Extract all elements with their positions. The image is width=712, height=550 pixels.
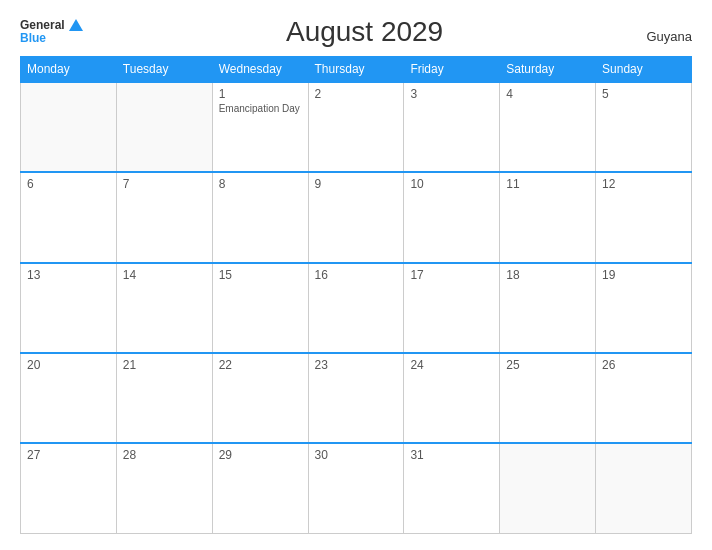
day-number: 10 xyxy=(410,177,493,191)
day-number: 5 xyxy=(602,87,685,101)
day-cell-w4-d3: 22 xyxy=(212,353,308,443)
day-number: 1 xyxy=(219,87,302,101)
calendar-title: August 2029 xyxy=(83,16,647,48)
day-number: 9 xyxy=(315,177,398,191)
day-cell-w2-d4: 9 xyxy=(308,172,404,262)
day-cell-w4-d7: 26 xyxy=(596,353,692,443)
day-cell-w5-d5: 31 xyxy=(404,443,500,533)
country-label: Guyana xyxy=(646,29,692,48)
day-number: 31 xyxy=(410,448,493,462)
day-cell-w2-d5: 10 xyxy=(404,172,500,262)
header-saturday: Saturday xyxy=(500,57,596,83)
day-number: 26 xyxy=(602,358,685,372)
header-friday: Friday xyxy=(404,57,500,83)
day-cell-w1-d6: 4 xyxy=(500,82,596,172)
week-row-1: 1Emancipation Day2345 xyxy=(21,82,692,172)
day-number: 22 xyxy=(219,358,302,372)
day-number: 17 xyxy=(410,268,493,282)
day-number: 14 xyxy=(123,268,206,282)
logo: General Blue xyxy=(20,19,83,45)
day-cell-w5-d2: 28 xyxy=(116,443,212,533)
day-cell-w2-d6: 11 xyxy=(500,172,596,262)
day-number: 15 xyxy=(219,268,302,282)
header-thursday: Thursday xyxy=(308,57,404,83)
day-cell-w3-d7: 19 xyxy=(596,263,692,353)
day-cell-w3-d4: 16 xyxy=(308,263,404,353)
day-number: 7 xyxy=(123,177,206,191)
day-number: 18 xyxy=(506,268,589,282)
day-cell-w1-d2 xyxy=(116,82,212,172)
day-cell-w4-d6: 25 xyxy=(500,353,596,443)
day-cell-w5-d4: 30 xyxy=(308,443,404,533)
day-cell-w2-d3: 8 xyxy=(212,172,308,262)
day-cell-w4-d4: 23 xyxy=(308,353,404,443)
day-number: 16 xyxy=(315,268,398,282)
day-number: 19 xyxy=(602,268,685,282)
day-cell-w2-d2: 7 xyxy=(116,172,212,262)
logo-triangle-icon xyxy=(69,19,83,31)
day-number: 28 xyxy=(123,448,206,462)
day-number: 11 xyxy=(506,177,589,191)
day-cell-w5-d3: 29 xyxy=(212,443,308,533)
header-sunday: Sunday xyxy=(596,57,692,83)
day-cell-w2-d1: 6 xyxy=(21,172,117,262)
day-cell-w3-d5: 17 xyxy=(404,263,500,353)
day-number: 30 xyxy=(315,448,398,462)
day-number: 3 xyxy=(410,87,493,101)
day-cell-w3-d6: 18 xyxy=(500,263,596,353)
day-cell-w1-d3: 1Emancipation Day xyxy=(212,82,308,172)
header: General Blue August 2029 Guyana xyxy=(20,16,692,48)
header-tuesday: Tuesday xyxy=(116,57,212,83)
day-cell-w3-d2: 14 xyxy=(116,263,212,353)
week-row-4: 20212223242526 xyxy=(21,353,692,443)
day-number: 20 xyxy=(27,358,110,372)
day-cell-w3-d3: 15 xyxy=(212,263,308,353)
day-cell-w2-d7: 12 xyxy=(596,172,692,262)
day-number: 6 xyxy=(27,177,110,191)
week-row-2: 6789101112 xyxy=(21,172,692,262)
day-cell-w5-d7 xyxy=(596,443,692,533)
week-row-5: 2728293031 xyxy=(21,443,692,533)
week-row-3: 13141516171819 xyxy=(21,263,692,353)
day-number: 12 xyxy=(602,177,685,191)
day-cell-w1-d7: 5 xyxy=(596,82,692,172)
day-cell-w5-d6 xyxy=(500,443,596,533)
day-cell-w4-d2: 21 xyxy=(116,353,212,443)
day-cell-w5-d1: 27 xyxy=(21,443,117,533)
day-number: 27 xyxy=(27,448,110,462)
day-number: 13 xyxy=(27,268,110,282)
day-number: 24 xyxy=(410,358,493,372)
day-number: 2 xyxy=(315,87,398,101)
page: General Blue August 2029 Guyana Monday T… xyxy=(0,0,712,550)
day-cell-w3-d1: 13 xyxy=(21,263,117,353)
day-number: 4 xyxy=(506,87,589,101)
day-number: 8 xyxy=(219,177,302,191)
day-cell-w1-d1 xyxy=(21,82,117,172)
day-number: 21 xyxy=(123,358,206,372)
day-cell-w1-d5: 3 xyxy=(404,82,500,172)
logo-blue-text: Blue xyxy=(20,32,83,45)
calendar-table: Monday Tuesday Wednesday Thursday Friday… xyxy=(20,56,692,534)
day-number: 23 xyxy=(315,358,398,372)
day-cell-w4-d1: 20 xyxy=(21,353,117,443)
day-cell-w1-d4: 2 xyxy=(308,82,404,172)
day-number: 29 xyxy=(219,448,302,462)
header-wednesday: Wednesday xyxy=(212,57,308,83)
header-row: Monday Tuesday Wednesday Thursday Friday… xyxy=(21,57,692,83)
header-monday: Monday xyxy=(21,57,117,83)
event-label: Emancipation Day xyxy=(219,103,302,114)
day-number: 25 xyxy=(506,358,589,372)
day-cell-w4-d5: 24 xyxy=(404,353,500,443)
